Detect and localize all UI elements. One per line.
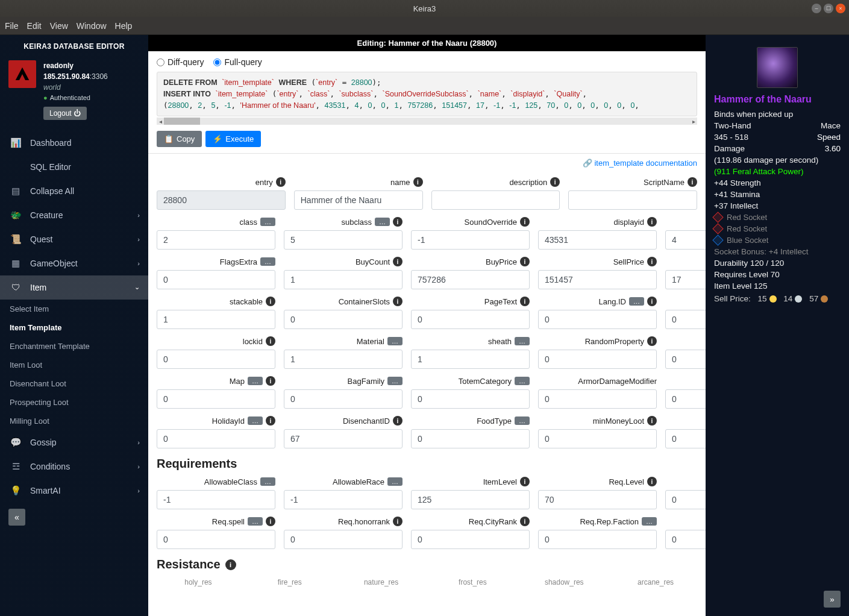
input-lang-id[interactable] xyxy=(538,310,657,329)
menu-view[interactable]: View xyxy=(50,21,68,31)
menu-edit[interactable]: Edit xyxy=(27,21,42,31)
sidebar-item-sql-editor[interactable]: SQL Editor xyxy=(0,155,148,179)
sql-horizontal-scrollbar[interactable]: ◂ ▸ xyxy=(157,118,697,125)
info-icon[interactable]: i xyxy=(266,336,275,346)
info-icon[interactable]: i xyxy=(276,177,286,187)
info-icon[interactable]: i xyxy=(393,257,403,266)
window-maximize-button[interactable]: ☐ xyxy=(824,4,833,13)
info-icon[interactable]: i xyxy=(647,336,657,346)
info-icon[interactable]: i xyxy=(647,297,657,306)
picker-button[interactable]: … xyxy=(515,416,530,425)
input-name[interactable] xyxy=(294,190,423,210)
info-icon[interactable]: i xyxy=(647,257,657,266)
sidebar-collapse-button[interactable]: « xyxy=(8,509,25,526)
input-buycount[interactable] xyxy=(284,270,403,289)
picker-button[interactable]: … xyxy=(387,477,403,486)
input-description[interactable] xyxy=(431,190,560,210)
sidebar-subitem-item-template[interactable]: Item Template xyxy=(0,318,148,337)
full-query-radio[interactable]: Full-query xyxy=(213,57,262,67)
sidebar-item-conditions[interactable]: ☲Conditions› xyxy=(0,454,148,479)
input-allowablerace[interactable] xyxy=(284,490,403,509)
sql-preview[interactable]: DELETE FROM `item_template` WHERE (`entr… xyxy=(157,72,697,116)
info-icon[interactable]: i xyxy=(520,517,530,526)
info-icon[interactable]: i xyxy=(520,477,530,486)
window-minimize-button[interactable]: – xyxy=(812,4,821,13)
info-icon[interactable]: i xyxy=(393,517,403,526)
input-map[interactable] xyxy=(157,389,275,409)
copy-button[interactable]: 📋 Copy xyxy=(157,131,202,147)
picker-button[interactable]: … xyxy=(387,337,403,345)
sidebar-subitem-milling-loot[interactable]: Milling Loot xyxy=(0,412,148,430)
input-flagsextra[interactable] xyxy=(157,270,275,289)
picker-button[interactable]: … xyxy=(248,517,263,526)
picker-button[interactable]: … xyxy=(248,377,263,385)
input-holidayid[interactable] xyxy=(157,429,275,448)
input-req-spell[interactable] xyxy=(157,530,275,549)
sidebar-subitem-prospecting-loot[interactable]: Prospecting Loot xyxy=(0,393,148,412)
input-material[interactable] xyxy=(284,350,403,369)
sidebar-subitem-disenchant-loot[interactable]: Disenchant Loot xyxy=(0,374,148,393)
input-disenchantid[interactable] xyxy=(284,429,403,448)
preview-collapse-button[interactable]: » xyxy=(824,591,841,608)
sidebar-item-item[interactable]: 🛡Item⌄ xyxy=(0,275,148,300)
sidebar-item-creature[interactable]: 🐲Creature› xyxy=(0,203,148,227)
input-lockid[interactable] xyxy=(157,350,275,369)
sidebar-item-dashboard[interactable]: 📊Dashboard xyxy=(0,131,148,155)
info-icon[interactable]: i xyxy=(647,217,657,227)
sidebar-subitem-enchantment-template[interactable]: Enchantment Template xyxy=(0,337,148,356)
info-icon[interactable]: i xyxy=(520,217,530,227)
input-subclass[interactable] xyxy=(284,230,403,250)
sidebar-subitem-select-item[interactable]: Select Item xyxy=(0,300,148,318)
info-icon[interactable]: i xyxy=(266,297,275,306)
picker-button[interactable]: … xyxy=(260,477,275,486)
picker-button[interactable]: … xyxy=(260,257,275,266)
menu-help[interactable]: Help xyxy=(115,21,133,31)
sidebar-item-gameobject[interactable]: ▦GameObject› xyxy=(0,251,148,275)
input-class[interactable] xyxy=(157,230,275,250)
input-pagetext[interactable] xyxy=(411,310,530,329)
input-randomsuffix[interactable] xyxy=(665,350,706,369)
picker-button[interactable]: … xyxy=(629,297,644,306)
info-icon[interactable]: i xyxy=(550,177,560,187)
input-req-rep-rank[interactable] xyxy=(665,530,706,549)
info-icon[interactable]: i xyxy=(393,217,403,227)
input-pagematerial[interactable] xyxy=(665,310,706,329)
info-icon[interactable]: i xyxy=(266,416,275,426)
input-maxmoneyloot[interactable] xyxy=(665,429,706,448)
input-req-level[interactable] xyxy=(538,490,657,509)
picker-button[interactable]: … xyxy=(375,218,390,226)
execute-button[interactable]: ⚡ Execute xyxy=(205,131,261,147)
logout-button[interactable]: Logout ⏻ xyxy=(43,107,87,120)
sidebar-item-gossip[interactable]: 💬Gossip› xyxy=(0,430,148,454)
input-foodtype[interactable] xyxy=(411,429,530,448)
sidebar-item-quest[interactable]: 📜Quest› xyxy=(0,227,148,251)
input-allowableclass[interactable] xyxy=(157,490,275,509)
input-entry[interactable] xyxy=(157,190,286,210)
picker-button[interactable]: … xyxy=(515,337,530,345)
input-quality[interactable] xyxy=(665,230,706,250)
diff-query-radio[interactable]: Diff-query xyxy=(157,57,204,67)
input-req-honorrank[interactable] xyxy=(284,530,403,549)
input-minmoneyloot[interactable] xyxy=(538,429,657,448)
info-icon[interactable]: i xyxy=(393,416,403,426)
input-soundoverride[interactable] xyxy=(411,230,530,250)
input-itemlevel[interactable] xyxy=(411,490,530,509)
info-icon[interactable]: i xyxy=(266,376,275,386)
picker-button[interactable]: … xyxy=(642,517,657,526)
window-close-button[interactable]: × xyxy=(836,4,845,13)
info-icon[interactable]: i xyxy=(225,559,236,570)
input-displayid[interactable] xyxy=(538,230,657,250)
info-icon[interactable]: i xyxy=(520,257,530,266)
info-icon[interactable]: i xyxy=(393,297,403,306)
input-duration[interactable] xyxy=(665,389,706,409)
input-buyprice[interactable] xyxy=(411,270,530,289)
input-inventorytype[interactable] xyxy=(665,270,706,289)
input-stackable[interactable] xyxy=(157,310,275,329)
sidebar-subitem-item-loot[interactable]: Item Loot xyxy=(0,356,148,374)
input-bagfamily[interactable] xyxy=(284,389,403,409)
picker-button[interactable]: … xyxy=(260,218,275,226)
input-sheath[interactable] xyxy=(411,350,530,369)
input-armordamagemodifier[interactable] xyxy=(538,389,657,409)
picker-button[interactable]: … xyxy=(515,377,530,385)
input-scriptname[interactable] xyxy=(568,190,697,210)
